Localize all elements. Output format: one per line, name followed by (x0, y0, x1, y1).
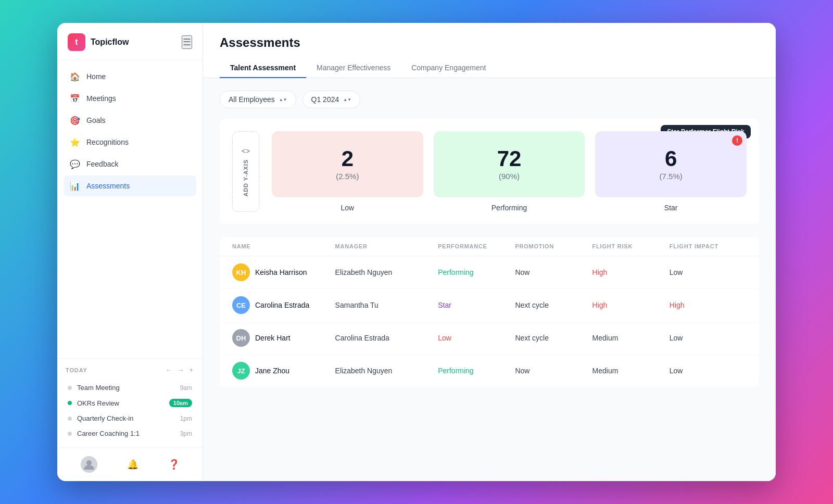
meeting-dot-active (68, 401, 72, 405)
today-next-button[interactable]: → (176, 365, 185, 375)
star-icon: ⭐ (70, 137, 80, 147)
promotion-cell: Next cycle (515, 334, 592, 342)
stat-label: Low (340, 204, 354, 212)
sidebar-item-feedback[interactable]: 💬 Feedback (64, 154, 196, 174)
sidebar-item-meetings[interactable]: 📅 Meetings (64, 88, 196, 109)
meeting-item[interactable]: Quarterly Check-in 1pm (66, 411, 194, 426)
flight-impact-cell: High (670, 301, 747, 309)
svg-point-1 (86, 460, 92, 465)
stats-container: <> ADD Y-AXIS Star Performer Flight Risk… (220, 119, 759, 224)
sidebar-item-recognitions[interactable]: ⭐ Recognitions (64, 132, 196, 153)
today-header: TODAY ← → + (66, 365, 194, 375)
avatar: DH (232, 329, 250, 347)
avatar: KH (232, 263, 250, 281)
flight-impact-cell: Low (670, 268, 747, 276)
sidebar-item-goals[interactable]: 🎯 Goals (64, 110, 196, 131)
user-avatar[interactable] (81, 456, 97, 473)
col-manager: MANAGER (335, 243, 438, 249)
person-name: Keisha Harrison (255, 268, 307, 276)
meeting-item[interactable]: Team Meeting 9am (66, 380, 194, 395)
table-row[interactable]: CE Carolina Estrada Samantha Tu Star Nex… (220, 289, 759, 322)
performance-cell: Star (438, 301, 515, 309)
period-filter-label: Q1 2024 (311, 95, 339, 104)
person-name: Carolina Estrada (255, 301, 309, 309)
manager-cell: Elizabeth Nguyen (335, 268, 438, 276)
menu-toggle-button[interactable]: ☰ (182, 35, 192, 49)
add-y-axis-button[interactable]: <> ADD Y-AXIS (232, 131, 259, 212)
stat-card-inner: 2 (2.5%) (272, 131, 423, 197)
stat-card-inner: 72 (90%) (434, 131, 585, 197)
stat-cards: Star Performer Flight Risk 2 (2.5%) Low (272, 131, 747, 212)
promotion-cell: Now (515, 268, 592, 276)
person-cell: JZ Jane Zhou (232, 362, 335, 380)
stat-card-inner: 6 (7.5%) ! (595, 131, 747, 197)
manager-cell: Elizabeth Nguyen (335, 367, 438, 375)
person-cell: CE Carolina Estrada (232, 296, 335, 314)
stat-label: Star (664, 204, 678, 212)
person-name: Derek Hart (255, 334, 291, 342)
col-flight-risk: FLIGHT RISK (592, 243, 670, 249)
col-flight-impact: FLIGHT IMPACT (670, 243, 747, 249)
meeting-time: 1pm (180, 415, 192, 422)
sidebar-item-home[interactable]: 🏠 Home (64, 66, 196, 87)
sidebar-item-label: Home (86, 72, 106, 81)
sidebar-item-label: Feedback (86, 160, 118, 168)
employee-filter-label: All Employees (229, 95, 275, 104)
stat-pct: (2.5%) (336, 172, 359, 181)
app-logo: t (68, 33, 85, 51)
filter-bar: All Employees ▲▼ Q1 2024 ▲▼ (220, 91, 759, 108)
employee-filter[interactable]: All Employees ▲▼ (220, 91, 296, 108)
goals-icon: 🎯 (70, 115, 80, 125)
stat-card-low: 2 (2.5%) Low (272, 131, 423, 212)
period-filter[interactable]: Q1 2024 ▲▼ (302, 91, 361, 108)
sidebar-header: t Topicflow ☰ (57, 23, 203, 60)
stat-box-low: 2 (2.5%) (272, 131, 423, 197)
promotion-cell: Now (515, 367, 592, 375)
flight-risk-cell: High (592, 268, 670, 276)
tab-talent-assessment[interactable]: Talent Assessment (220, 58, 306, 78)
table-row[interactable]: KH Keisha Harrison Elizabeth Nguyen Perf… (220, 256, 759, 289)
meeting-time: 9am (180, 384, 192, 392)
sidebar-item-label: Recognitions (86, 138, 129, 146)
stat-card-star: 6 (7.5%) ! Star (595, 131, 747, 212)
page-title: Assessments (220, 35, 759, 50)
meeting-name: OKRs Review (77, 399, 164, 407)
sidebar-item-label: Goals (86, 116, 106, 124)
meeting-time: 3pm (180, 430, 192, 437)
notifications-icon[interactable]: 🔔 (127, 459, 138, 470)
meeting-dot (68, 386, 72, 390)
employees-table: NAME MANAGER PERFORMANCE PROMOTION FLIGH… (220, 237, 759, 387)
sidebar-nav: 🏠 Home 📅 Meetings 🎯 Goals ⭐ Recognitions… (57, 60, 203, 358)
alert-indicator: ! (732, 135, 742, 146)
stat-pct: (90%) (499, 172, 520, 181)
y-axis-label: ADD Y-AXIS (243, 159, 249, 197)
today-add-button[interactable]: + (188, 365, 194, 375)
manager-cell: Samantha Tu (335, 301, 438, 309)
page-header: Assessments Talent Assessment Manager Ef… (203, 23, 776, 78)
content-area: All Employees ▲▼ Q1 2024 ▲▼ <> ADD Y-AXI… (203, 78, 776, 481)
code-icon: <> (242, 147, 250, 155)
person-cell: DH Derek Hart (232, 329, 335, 347)
person-cell: KH Keisha Harrison (232, 263, 335, 281)
stat-pct: (7.5%) (660, 172, 683, 181)
main-content: Assessments Talent Assessment Manager Ef… (203, 23, 776, 481)
table-row[interactable]: JZ Jane Zhou Elizabeth Nguyen Performing… (220, 355, 759, 387)
sidebar-item-assessments[interactable]: 📊 Assessments (64, 175, 196, 196)
meeting-badge: 10am (169, 399, 192, 407)
calendar-icon: 📅 (70, 93, 80, 104)
table-row[interactable]: DH Derek Hart Carolina Estrada Low Next … (220, 322, 759, 355)
meeting-dot (68, 432, 72, 436)
today-prev-button[interactable]: ← (164, 365, 173, 375)
tab-manager-effectiveness[interactable]: Manager Effectiveness (306, 58, 401, 78)
stat-card-performing: 72 (90%) Performing (434, 131, 585, 212)
today-controls: ← → + (164, 365, 194, 375)
stat-number: 72 (497, 148, 522, 170)
meeting-name: Quarterly Check-in (77, 414, 175, 422)
tab-company-engagement[interactable]: Company Engagement (401, 58, 496, 78)
sidebar-item-label: Assessments (86, 182, 130, 190)
col-promotion: PROMOTION (515, 243, 592, 249)
meeting-item[interactable]: Career Coaching 1:1 3pm (66, 426, 194, 441)
meeting-item[interactable]: OKRs Review 10am (66, 395, 194, 411)
help-icon[interactable]: ❓ (168, 459, 180, 470)
select-arrows: ▲▼ (343, 97, 351, 102)
